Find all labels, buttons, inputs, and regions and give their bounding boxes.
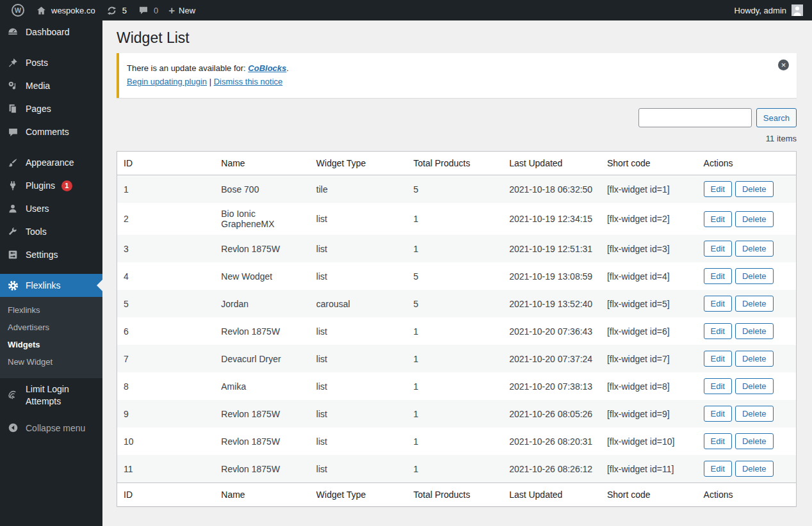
footer-last-updated: Last Updated	[503, 483, 601, 507]
sidebar-item-tools[interactable]: Tools	[0, 220, 102, 243]
edit-button[interactable]: Edit	[704, 211, 732, 227]
cell-actions: EditDelete	[697, 400, 797, 427]
cell-widget-type: carousal	[310, 290, 407, 317]
update-notice: There is an update available for: CoBloc…	[117, 53, 797, 98]
sidebar-item-media[interactable]: Media	[0, 74, 102, 97]
edit-button[interactable]: Edit	[704, 181, 732, 197]
sidebar-item-limit-login-attempts[interactable]: Limit Login Attempts	[0, 378, 102, 413]
cell-short-code: [flx-widget id=6]	[601, 317, 697, 345]
site-link[interactable]: wespoke.co	[29, 0, 101, 20]
delete-button[interactable]: Delete	[735, 323, 774, 339]
submenu-item-new-widget[interactable]: New Widget	[0, 353, 102, 371]
cell-id: 7	[117, 345, 215, 372]
sidebar-label: Limit Login Attempts	[26, 383, 87, 408]
footer-id: ID	[117, 483, 215, 507]
header-actions: Actions	[697, 152, 797, 175]
new-content-menu[interactable]: + New	[163, 0, 200, 20]
cell-last-updated: 2021-10-26 08:26:12	[503, 455, 601, 483]
close-icon[interactable]: ×	[778, 60, 789, 70]
delete-button[interactable]: Delete	[735, 296, 774, 312]
updates-link[interactable]: 5	[101, 0, 132, 20]
sidebar-item-dashboard[interactable]: Dashboard	[0, 20, 102, 44]
menu-separator	[0, 143, 102, 151]
header-short-code: Short code	[601, 152, 697, 175]
edit-button[interactable]: Edit	[704, 378, 732, 394]
submenu-item-flexlinks[interactable]: Flexlinks	[0, 301, 102, 319]
cell-last-updated: 2021-10-26 08:05:26	[503, 400, 601, 427]
dismiss-notice-link[interactable]: Dismiss this notice	[214, 77, 283, 86]
search-input[interactable]	[638, 108, 752, 127]
sidebar-item-users[interactable]: Users	[0, 197, 102, 220]
table-row: 9 Revlon 1875W list 1 2021-10-26 08:05:2…	[117, 400, 797, 427]
search-button[interactable]: Search	[756, 108, 797, 127]
delete-button[interactable]: Delete	[735, 181, 774, 197]
cell-name: Devacurl Dryer	[215, 345, 310, 372]
cell-actions: EditDelete	[697, 262, 797, 290]
cell-total-products: 1	[407, 203, 503, 235]
cell-widget-type: list	[310, 235, 407, 262]
notice-message: There is an update available for: CoBloc…	[127, 63, 772, 73]
edit-button[interactable]: Edit	[704, 406, 732, 422]
header-name: Name	[215, 152, 310, 175]
header-widget-type: Widget Type	[310, 152, 407, 175]
avatar[interactable]	[792, 4, 803, 16]
header-id: ID	[117, 152, 215, 175]
user-icon	[6, 202, 19, 215]
cell-name: Revlon 1875W	[215, 317, 310, 345]
edit-button[interactable]: Edit	[704, 296, 732, 312]
delete-button[interactable]: Delete	[735, 461, 774, 477]
cell-actions: EditDelete	[697, 203, 797, 235]
edit-button[interactable]: Edit	[704, 323, 732, 339]
edit-button[interactable]: Edit	[704, 268, 732, 284]
footer-name: Name	[215, 483, 310, 507]
delete-button[interactable]: Delete	[735, 211, 774, 227]
updates-icon	[106, 4, 118, 17]
submenu-item-widgets[interactable]: Widgets	[0, 336, 102, 353]
notice-text-period: .	[286, 63, 289, 73]
edit-button[interactable]: Edit	[704, 461, 732, 477]
howdy-text[interactable]: Howdy, admin	[735, 6, 786, 15]
sidebar-item-plugins[interactable]: Plugins 1	[0, 174, 102, 197]
sidebar-item-pages[interactable]: Pages	[0, 97, 102, 120]
cell-id: 6	[117, 317, 215, 345]
sidebar-label: Collapse menu	[26, 423, 85, 433]
delete-button[interactable]: Delete	[735, 351, 774, 367]
cell-widget-type: tile	[310, 175, 407, 203]
home-icon	[35, 4, 47, 17]
table-footer: ID Name Widget Type Total Products Last …	[117, 483, 797, 507]
cell-name: Jordan	[215, 290, 310, 317]
cell-short-code: [flx-widget id=1]	[601, 175, 697, 203]
delete-button[interactable]: Delete	[735, 406, 774, 422]
cell-widget-type: list	[310, 317, 407, 345]
comments-link[interactable]: 0	[132, 0, 163, 20]
submenu-item-advertisers[interactable]: Advertisers	[0, 319, 102, 336]
cell-last-updated: 2021-10-18 06:32:50	[503, 175, 601, 203]
header-last-updated: Last Updated	[503, 152, 601, 175]
cell-short-code: [flx-widget id=2]	[601, 203, 697, 235]
pages-icon	[6, 102, 19, 115]
delete-button[interactable]: Delete	[735, 241, 774, 257]
sidebar-item-settings[interactable]: Settings	[0, 243, 102, 266]
delete-button[interactable]: Delete	[735, 433, 774, 449]
wp-logo-menu[interactable]: W	[6, 0, 29, 20]
collapse-arrow-icon	[6, 422, 19, 434]
sidebar-item-posts[interactable]: Posts	[0, 51, 102, 74]
sidebar-item-appearance[interactable]: Appearance	[0, 151, 102, 174]
collapse-menu-button[interactable]: Collapse menu	[0, 417, 102, 440]
edit-button[interactable]: Edit	[704, 433, 732, 449]
delete-button[interactable]: Delete	[735, 268, 774, 284]
cell-id: 11	[117, 455, 215, 483]
begin-updating-link[interactable]: Begin updating plugin	[127, 77, 207, 86]
sidebar-label: Plugins	[26, 180, 55, 191]
coblocks-link[interactable]: CoBlocks	[248, 63, 286, 73]
cell-id: 3	[117, 235, 215, 262]
cell-actions: EditDelete	[697, 345, 797, 372]
sidebar-item-comments[interactable]: Comments	[0, 120, 102, 143]
sidebar-item-flexlinks[interactable]: Flexlinks	[0, 274, 102, 297]
cell-actions: EditDelete	[697, 317, 797, 345]
sidebar-label: Appearance	[26, 157, 74, 168]
edit-button[interactable]: Edit	[704, 241, 732, 257]
edit-button[interactable]: Edit	[704, 351, 732, 367]
flexlinks-submenu: Flexlinks Advertisers Widgets New Widget	[0, 297, 102, 378]
delete-button[interactable]: Delete	[735, 378, 774, 394]
